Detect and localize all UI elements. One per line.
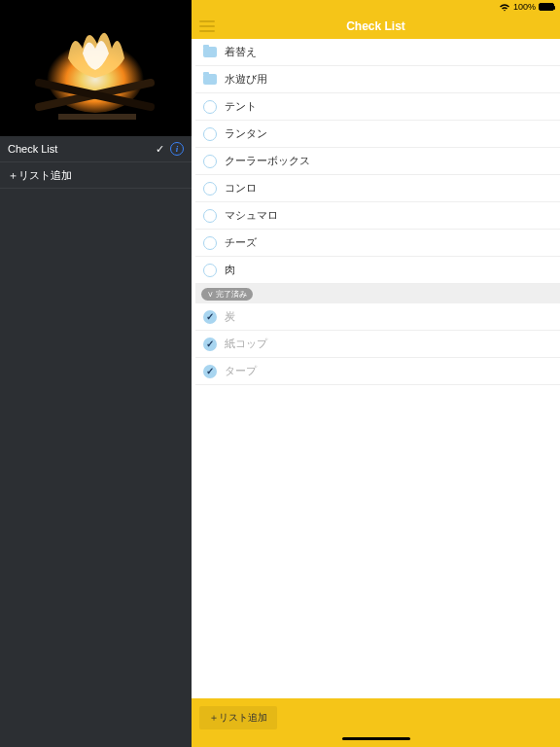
checklist-item[interactable]: チーズ — [195, 230, 560, 257]
checkbox-unchecked-icon[interactable] — [203, 182, 217, 196]
completed-badge: ∨ 完了済み — [201, 288, 253, 301]
checkbox-checked-icon[interactable]: ✓ — [203, 338, 217, 351]
checklist-item-done[interactable]: ✓炭 — [195, 303, 560, 331]
checklist-item[interactable]: テント — [195, 93, 560, 121]
checklist-item-done[interactable]: ✓タープ — [195, 358, 560, 385]
item-label: 肉 — [225, 263, 235, 277]
item-label: チーズ — [225, 235, 257, 250]
checkbox-unchecked-icon[interactable] — [203, 264, 217, 277]
add-list-button[interactable]: ＋リスト追加 — [199, 706, 277, 729]
checkbox-unchecked-icon[interactable] — [203, 100, 217, 114]
sidebar: Check List ✓ i ＋リスト追加 — [0, 0, 192, 747]
item-label: マシュマロ — [225, 208, 278, 223]
checklist-item[interactable]: クーラーボックス — [195, 148, 560, 175]
item-label: タープ — [225, 364, 257, 378]
wifi-icon — [499, 3, 510, 12]
checklist-item-done[interactable]: ✓紙コップ — [195, 331, 560, 358]
item-label: 紙コップ — [225, 337, 267, 351]
folder-label: 水遊び用 — [225, 72, 267, 87]
sidebar-image — [0, 0, 192, 136]
checkbox-unchecked-icon[interactable] — [203, 127, 217, 141]
item-label: ランタン — [225, 126, 267, 141]
item-label: コンロ — [225, 181, 257, 196]
completed-section-header[interactable]: ∨ 完了済み — [195, 284, 560, 303]
sidebar-add-label: ＋リスト追加 — [8, 168, 72, 183]
checkbox-unchecked-icon[interactable] — [203, 155, 217, 168]
checkbox-unchecked-icon[interactable] — [203, 236, 217, 250]
battery-percent: 100% — [513, 2, 536, 12]
checkbox-unchecked-icon[interactable] — [203, 209, 217, 223]
item-label: クーラーボックス — [225, 154, 310, 168]
folder-item[interactable]: 水遊び用 — [195, 66, 560, 93]
home-indicator-area — [192, 737, 560, 747]
checklist-item[interactable]: コンロ — [195, 175, 560, 202]
info-icon[interactable]: i — [170, 142, 184, 156]
checklist-area: 着替え水遊び用 テントランタンクーラーボックスコンロマシュマロチーズ肉 ∨ 完了… — [192, 39, 560, 698]
status-bar: 100% — [192, 0, 560, 14]
page-title: Check List — [192, 19, 560, 33]
main-panel: 100% Check List 着替え水遊び用 テントランタンクーラーボックスコ… — [192, 0, 560, 747]
folder-item[interactable]: 着替え — [195, 39, 560, 66]
checkbox-checked-icon[interactable]: ✓ — [203, 310, 217, 324]
header: Check List — [192, 14, 560, 39]
home-indicator[interactable] — [342, 737, 410, 740]
checklist-item[interactable]: ランタン — [195, 121, 560, 148]
checklist-item[interactable]: マシュマロ — [195, 202, 560, 230]
sidebar-add-list[interactable]: ＋リスト追加 — [0, 162, 192, 189]
sidebar-item-checklist[interactable]: Check List ✓ i — [0, 136, 192, 162]
item-label: テント — [225, 99, 257, 114]
checkmark-icon: ✓ — [156, 143, 164, 156]
bottom-bar: ＋リスト追加 — [192, 698, 560, 737]
checklist-item[interactable]: 肉 — [195, 257, 560, 284]
folder-label: 着替え — [225, 45, 257, 59]
folder-icon — [203, 74, 217, 85]
item-label: 炭 — [225, 309, 235, 324]
sidebar-item-label: Check List — [8, 143, 57, 155]
folder-icon — [203, 47, 217, 57]
battery-icon — [539, 3, 554, 11]
menu-icon[interactable] — [199, 20, 215, 32]
checkbox-checked-icon[interactable]: ✓ — [203, 365, 217, 378]
